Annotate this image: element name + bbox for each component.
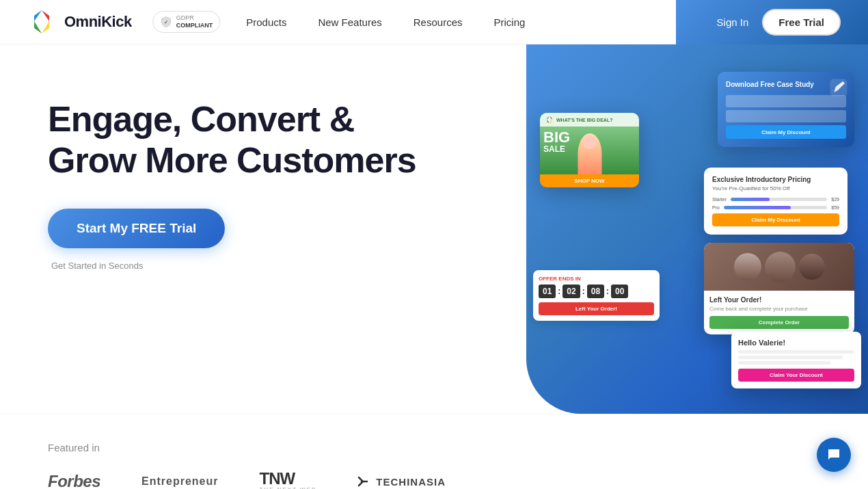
food3 — [799, 254, 825, 280]
food2 — [765, 252, 796, 282]
svg-marker-0 — [42, 10, 49, 21]
card3-sub: You're Pre-Qualified for 50% Off — [712, 185, 839, 191]
chat-button[interactable] — [817, 438, 851, 472]
card2-sale-text: BIG SALE — [543, 130, 570, 153]
timer-minutes: 02 — [562, 285, 580, 298]
svg-marker-7 — [547, 116, 550, 120]
hero-left: Engage, Convert & Grow More Customers St… — [0, 44, 526, 414]
timer-hours: 01 — [539, 285, 556, 298]
bar1 — [731, 198, 770, 201]
hero-right: Download Free Case Study Claim My Discou… — [526, 44, 868, 414]
card6-line2 — [738, 356, 843, 359]
card5-btn[interactable]: Complete Order — [709, 316, 849, 329]
nav-new-features[interactable]: New Features — [306, 11, 394, 34]
header-right: Sign In Free Trial — [676, 0, 868, 44]
mockup-card-abandoned-cart: Left Your Order! Come back and complete … — [704, 243, 854, 334]
card1-btn-blue[interactable]: Claim My Discount — [726, 125, 846, 139]
logo-forbes: Forbes — [48, 472, 100, 489]
card2-logo-bar: WHAT'S THE BIG DEAL? — [540, 113, 639, 127]
timer-seconds: 08 — [587, 285, 604, 298]
mockup-card-countdown: OFFER ENDS IN 01 : 02 : 08 : 00 Left You… — [533, 270, 660, 321]
card3-title: Exclusive Introductory Pricing — [712, 176, 839, 183]
card4-offer-label: OFFER ENDS IN — [539, 276, 654, 282]
card3-row2: Pro $59 — [712, 205, 839, 210]
hero-headline: Engage, Convert & Grow More Customers — [48, 99, 485, 181]
logo-tnw: TNW THE NEXT WEB — [259, 471, 316, 489]
mockup-card-email: Hello Valerie! Claim Your Discount — [731, 332, 861, 388]
logo-entrepreneur: Entrepreneur — [141, 475, 218, 488]
card2-person — [578, 133, 601, 174]
bar2 — [724, 206, 791, 209]
nav-products[interactable]: Products — [234, 11, 299, 34]
card3-row1: Starter $29 — [712, 197, 839, 202]
card3-btn[interactable]: Claim My Discount — [712, 213, 839, 226]
card5-body: Left Your Order! Come back and complete … — [704, 291, 854, 334]
svg-marker-8 — [547, 120, 550, 123]
cta-subtext: Get Started in Seconds — [48, 261, 485, 271]
card6-line3 — [738, 361, 831, 365]
mockup-card-pricing: Exclusive Introductory Pricing You're Pr… — [704, 168, 847, 235]
mockup-card-case-study: Download Free Case Study Claim My Discou… — [718, 72, 854, 147]
timer-ms: 00 — [611, 285, 628, 298]
sign-in-button[interactable]: Sign In — [717, 16, 749, 28]
svg-marker-2 — [34, 21, 42, 34]
gdpr-text: GDPR COMPLIANT — [176, 14, 213, 29]
svg-marker-9 — [550, 120, 552, 123]
svg-marker-6 — [550, 116, 552, 120]
card5-image-area — [704, 243, 854, 291]
pencil-icon — [828, 77, 849, 98]
logo-text: OmniKick — [64, 13, 132, 31]
mockup-card-big-sale: WHAT'S THE BIG DEAL? BIG SALE SHOP NOW — [540, 113, 639, 187]
main-nav: Products New Features Resources Pricing — [234, 11, 675, 34]
techinasia-icon — [357, 476, 372, 487]
nav-pricing[interactable]: Pricing — [481, 11, 537, 34]
card4-btn[interactable]: Left Your Order! — [539, 302, 654, 315]
omnikick-logo-icon — [27, 8, 56, 36]
free-trial-button[interactable]: Free Trial — [762, 9, 841, 36]
card2-omnikick-icon — [545, 116, 554, 124]
logo-area[interactable]: OmniKick — [27, 8, 132, 36]
card2-head — [583, 135, 597, 149]
card2-header-text: WHAT'S THE BIG DEAL? — [556, 118, 612, 122]
card5-title: Left Your Order! — [709, 296, 849, 304]
gdpr-badge: ✓ GDPR COMPLIANT — [152, 11, 221, 33]
svg-marker-1 — [34, 10, 42, 21]
card4-timer: 01 : 02 : 08 : 00 — [539, 285, 654, 298]
featured-section: Featured in Forbes Entrepreneur TNW THE … — [0, 414, 868, 489]
hero-section: Engage, Convert & Grow More Customers St… — [0, 44, 868, 414]
svg-marker-3 — [42, 21, 49, 34]
featured-title: Featured in — [48, 442, 820, 453]
featured-logos: Forbes Entrepreneur TNW THE NEXT WEB TEC… — [48, 471, 820, 489]
shield-icon: ✓ — [160, 16, 172, 28]
logo-techinasia: TECHINASIA — [357, 476, 446, 488]
card2-shop-btn[interactable]: SHOP NOW — [540, 174, 639, 187]
chat-icon — [826, 447, 842, 463]
card6-btn[interactable]: Claim Your Discount — [738, 369, 854, 382]
svg-text:✓: ✓ — [164, 20, 168, 25]
card2-image-area: BIG SALE — [540, 127, 639, 174]
food1 — [734, 253, 761, 280]
header: OmniKick ✓ GDPR COMPLIANT Products New F… — [0, 0, 868, 44]
card6-hi: Hello Valerie! — [738, 339, 854, 347]
card1-field2 — [726, 110, 846, 122]
card5-text: Come back and complete your purchase — [709, 306, 849, 312]
cta-start-trial-button[interactable]: Start My FREE Trial — [48, 209, 225, 248]
card6-line1 — [738, 350, 854, 354]
mockup-container: Download Free Case Study Claim My Discou… — [526, 58, 868, 414]
nav-resources[interactable]: Resources — [401, 11, 475, 34]
